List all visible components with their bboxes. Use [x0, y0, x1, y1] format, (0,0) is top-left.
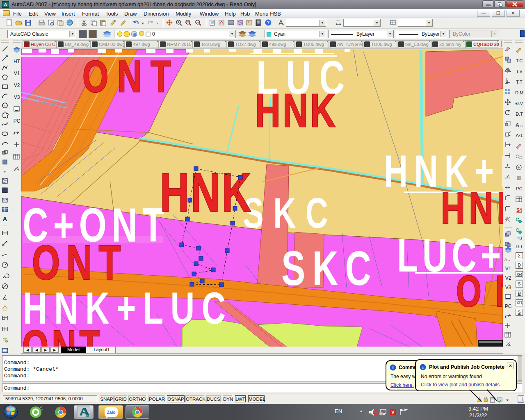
svg-text:Zalo: Zalo — [107, 410, 116, 415]
svg-text:A→: A→ — [504, 258, 511, 262]
svg-text:A↔: A↔ — [516, 122, 523, 128]
svg-text:HNK: HNK — [160, 162, 251, 223]
svg-text:i: i — [422, 365, 423, 370]
svg-text:i: i — [392, 365, 393, 370]
svg-text:SKC: SKC — [243, 189, 328, 237]
svg-text:SKC: SKC — [281, 241, 371, 295]
svg-text:ONT: ONT — [456, 267, 503, 315]
svg-text:HNK: HNK — [255, 84, 336, 137]
svg-text:?: ? — [267, 20, 270, 25]
svg-text:ONT: ONT — [22, 321, 100, 347]
svg-text:A: A — [3, 215, 7, 222]
svg-text:ONT: ONT — [32, 235, 121, 290]
svg-text:V: V — [391, 410, 395, 415]
svg-text:ONT: ONT — [82, 51, 171, 102]
